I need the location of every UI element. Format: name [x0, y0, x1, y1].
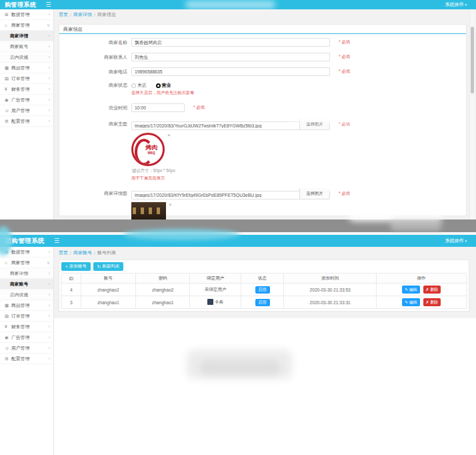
sidebar-item-label: 商家账号 [10, 43, 49, 50]
sidebar-item-orders[interactable]: ▤订单管理› [0, 311, 53, 322]
logo-subtext: BBQ [147, 151, 155, 155]
merchant-name-input[interactable] [131, 38, 330, 47]
add-account-button[interactable]: + 添加账号 [61, 262, 91, 271]
remove-image-icon[interactable]: × [169, 202, 172, 207]
sidebar-item-merchant[interactable]: ⌂商家管理∨ [0, 20, 53, 31]
content-area: 首页 / 商家详情 / 商家信息 商家信息 商家名称 * 必填 商家联系人 [54, 9, 476, 219]
merchant-contact-input[interactable] [131, 53, 330, 61]
app-header: 购管理系统 ☰ 系统操作 ▾ [0, 0, 476, 9]
sidebar-item-settings[interactable]: ⚙配置管理› [0, 116, 53, 127]
sidebar-item-label: 订单管理 [11, 75, 49, 82]
sidebar-item-settings[interactable]: ⚙配置管理› [0, 354, 53, 364]
status-badge[interactable]: 启用 [255, 286, 270, 294]
main-image-preview-line: 烤肉 BBQ × [131, 133, 466, 166]
edit-button[interactable]: ✎ 编辑 [402, 286, 420, 294]
refresh-list-button[interactable]: ↻ 刷新列表 [93, 262, 123, 271]
sidebar-item-goods[interactable]: ▦商品管理› [0, 300, 53, 311]
edit-label: 编辑 [409, 288, 417, 292]
choose-image-button[interactable]: 选择图片 [299, 119, 329, 129]
breadcrumb-separator: / [70, 13, 71, 17]
field-label: 商家状态 [62, 82, 127, 89]
sidebar: ⊞数据管理› ⌂商家管理∨ 商家详情› 商家账号› 店内设施› ▦商品管理› ▤… [0, 9, 54, 219]
radio-open-label[interactable]: 营业 [162, 82, 171, 89]
cell-status: 启用 [241, 284, 283, 296]
merchant-info-panel: 商家信息 商家名称 * 必填 商家联系人 * 必填 商家电话 [59, 24, 467, 216]
sidebar-item-users[interactable]: ☺用户管理› [0, 343, 53, 354]
refresh-list-label: 刷新列表 [102, 264, 119, 270]
bound-user-name: 卡希 [215, 300, 223, 304]
sidebar-item-ads[interactable]: ◉广告管理› [0, 95, 53, 105]
sidebar-item-label: 店内设施 [10, 54, 49, 61]
radio-closed-label[interactable]: 关店 [137, 82, 147, 89]
form-row-hours: 营业时间 * 必填 [62, 103, 466, 112]
chevron-right-icon: › [49, 324, 53, 329]
choose-image-button[interactable]: 选择图片 [299, 188, 329, 199]
breadcrumb-home[interactable]: 首页 [59, 11, 68, 18]
detail-image-preview-line: × [131, 202, 466, 219]
scrollbar-thumb[interactable] [471, 27, 474, 93]
remove-image-icon[interactable]: × [167, 133, 171, 138]
col-bound-user: 绑定用户 [190, 274, 241, 284]
sidebar-item-label: 财务管理 [11, 324, 49, 330]
sidebar-item-ads[interactable]: ◉广告管理› [0, 332, 53, 343]
required-hint: * 必填 [339, 54, 350, 60]
sidebar-item-orders[interactable]: ▤订单管理› [0, 73, 53, 84]
merchant-phone-input[interactable] [131, 67, 330, 76]
required-hint: * 必填 [339, 39, 350, 45]
cell-password: zhanghao1 [136, 296, 190, 309]
cell-bound-user: 卡希 [190, 296, 241, 309]
sidebar-item-finance[interactable]: ¥财务管理› [0, 84, 53, 95]
scrollbar[interactable] [469, 9, 475, 219]
breadcrumb: 首页 / 商家详情 / 商家信息 [59, 11, 116, 18]
sidebar-item-label: 商家详情 [10, 33, 49, 39]
system-menu[interactable]: 系统操作 ▾ [445, 238, 467, 244]
sidebar-item-merchant-account[interactable]: 商家账号› [0, 41, 53, 52]
sidebar-item-label: 订单管理 [11, 313, 49, 320]
sidebar-item-label: 配置管理 [11, 356, 49, 362]
store-icon: ⌂ [5, 260, 11, 265]
cell-bound-user: 未绑定用户 [190, 284, 241, 296]
col-account: 账号 [81, 274, 136, 284]
content-area: 首页 / 商家账号 / 账号列表 + 添加账号 ↻ 刷新列表 [54, 247, 476, 318]
breadcrumb-section[interactable]: 商家账号 [73, 250, 92, 256]
status-badge[interactable]: 启用 [255, 299, 270, 306]
cell-account: zhanghao2 [81, 284, 136, 296]
users-icon: ☺ [5, 346, 11, 350]
sidebar-item-merchant-account[interactable]: 商家账号› [0, 279, 53, 290]
screenshot-junction-band [0, 219, 476, 232]
screen-merchant-info: 购管理系统 ☰ 系统操作 ▾ ⊞数据管理› ⌂商家管理∨ 商家详情› 商家账号›… [0, 0, 476, 219]
sidebar-item-merchant[interactable]: ⌂商家管理∨ [0, 258, 53, 268]
sidebar-item-data[interactable]: ⊞数据管理› [0, 247, 53, 258]
breadcrumb-section[interactable]: 商家详情 [73, 11, 92, 18]
hamburger-menu-icon[interactable]: ☰ [46, 1, 51, 8]
col-actions: 操作 [377, 274, 467, 284]
store-icon: ⌂ [5, 23, 11, 27]
sidebar-item-finance[interactable]: ¥财务管理› [0, 322, 53, 332]
sidebar-item-goods[interactable]: ▦商品管理› [0, 63, 53, 73]
sidebar-item-store-facility[interactable]: 店内设施› [0, 52, 53, 63]
chevron-down-icon: ∨ [47, 23, 53, 28]
user-avatar [207, 299, 213, 305]
delete-button[interactable]: ✗ 删除 [423, 298, 441, 306]
edit-button[interactable]: ✎ 编辑 [402, 298, 420, 306]
business-hours-input[interactable] [131, 103, 185, 112]
delete-button[interactable]: ✗ 删除 [423, 286, 441, 294]
radio-closed[interactable] [131, 83, 136, 88]
trash-icon: ✗ [426, 300, 429, 304]
finance-icon: ¥ [5, 87, 11, 91]
field-label: 商家主图 [62, 121, 127, 127]
sidebar-item-data[interactable]: ⊞数据管理› [0, 9, 53, 20]
sidebar-item-merchant-detail[interactable]: 商家详情› [0, 31, 53, 41]
sidebar-item-label: 商家详情 [10, 270, 49, 277]
sidebar-item-users[interactable]: ☺用户管理› [0, 105, 53, 116]
breadcrumb-home[interactable]: 首页 [59, 250, 68, 256]
system-menu[interactable]: 系统操作 ▾ [445, 1, 467, 8]
field-label: 商家名称 [62, 39, 127, 46]
sidebar-item-merchant-detail[interactable]: 商家详情› [0, 268, 53, 279]
merchant-detail-photo [131, 202, 166, 219]
radio-open[interactable] [156, 83, 161, 88]
sidebar-item-store-facility[interactable]: 店内设施› [0, 290, 53, 300]
sidebar-item-label: 商品管理 [11, 302, 49, 309]
settings-icon: ⚙ [5, 119, 11, 124]
hamburger-menu-icon[interactable]: ☰ [54, 238, 59, 244]
